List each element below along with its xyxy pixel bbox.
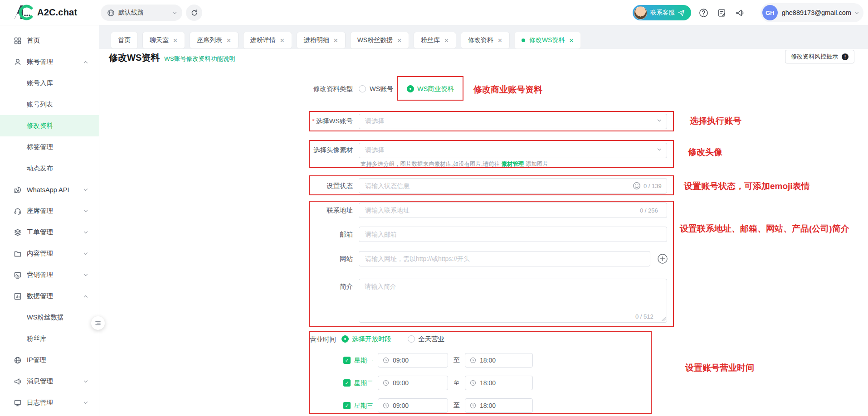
time-start-monday[interactable]: 09:00 [378, 353, 448, 368]
sidebar-item-account-import[interactable]: 账号入库 [0, 73, 99, 94]
sidebar-item-label: 修改资料 [27, 121, 53, 130]
chevron-down-icon [173, 10, 176, 14]
route-selector[interactable]: 默认线路 [101, 5, 182, 21]
sidebar-item-account-mgmt[interactable]: 账号管理 [0, 51, 99, 73]
refresh-button[interactable] [186, 5, 202, 21]
clock-icon [383, 380, 389, 386]
exclamation-icon: ! [842, 53, 848, 60]
sidebar-item-ws-fans-data[interactable]: WS粉丝数据 [0, 307, 99, 328]
notes-button[interactable] [717, 7, 727, 18]
sidebar-item-moments-publish[interactable]: 动态发布 [0, 158, 99, 179]
sidebar-item-ticket-mgmt[interactable]: 工单管理 [0, 222, 99, 243]
help-button[interactable] [698, 7, 709, 18]
close-icon[interactable]: ✕ [280, 38, 285, 44]
sidebar-item-agent-mgmt[interactable]: 座席管理 [0, 200, 99, 222]
avatar-select[interactable]: 请选择 [359, 143, 667, 158]
tab-chatroom[interactable]: 聊天室✕ [142, 32, 185, 49]
checkbox-wednesday[interactable]: ✓ [343, 402, 351, 409]
app-logo[interactable]: A2C.chat [13, 4, 77, 21]
sidebar-item-whatsapp-api[interactable]: WhatsApp API [0, 179, 99, 200]
chevron-down-icon [84, 208, 88, 212]
sidebar-item-account-list[interactable]: 账号列表 [0, 94, 99, 115]
radio-open-periods[interactable] [341, 335, 349, 343]
tab-edit-profile[interactable]: 修改资料✕ [461, 32, 510, 49]
chevron-up-icon [84, 295, 88, 299]
radio-all-day[interactable] [408, 335, 415, 343]
close-icon[interactable]: ✕ [444, 38, 449, 44]
main-content: 修改WS资料 WS账号修改资料功能说明 修改资料风控提示 ! 修改资料类型 WS… [99, 49, 868, 416]
resize-handle[interactable] [661, 317, 666, 321]
close-icon[interactable]: ✕ [497, 38, 502, 44]
annotation-hours: 设置账号营业时间 [685, 362, 754, 374]
select-placeholder: 请选择 [365, 146, 384, 155]
checkbox-monday[interactable]: ✓ [343, 357, 351, 364]
close-icon[interactable]: ✕ [569, 38, 574, 44]
tab-fans-library[interactable]: 粉丝库✕ [414, 32, 456, 49]
chevron-down-icon [84, 379, 88, 382]
tab-home[interactable]: 首页 [111, 32, 138, 49]
smiley-icon[interactable] [633, 182, 641, 190]
user-email: ghe889173@gmail.com [782, 9, 851, 16]
radio-all-day-label[interactable]: 全天营业 [418, 335, 444, 343]
time-end-wednesday[interactable]: 18:00 [465, 398, 533, 413]
hint-text: 支持多选分组，图片数据来自素材库,如没有图片,请前往 [361, 161, 501, 167]
tab-label: 粉丝库 [421, 36, 440, 44]
tab-ws-fans-data[interactable]: WS粉丝数据✕ [350, 32, 409, 49]
close-icon[interactable]: ✕ [226, 38, 231, 44]
sidebar-item-edit-profile[interactable]: 修改资料 [0, 115, 99, 136]
tab-edit-ws-profile[interactable]: 修改WS资料✕ [514, 32, 581, 49]
sidebar-item-label: 营销管理 [27, 271, 53, 279]
close-icon[interactable]: ✕ [397, 38, 402, 44]
field-label-email: 邮箱 [262, 230, 353, 239]
time-start-wednesday[interactable]: 09:00 [378, 398, 448, 413]
sidebar-item-ip-mgmt[interactable]: IP管理 [0, 349, 99, 371]
annotation-type: 修改商业账号资料 [473, 84, 542, 96]
doc-link[interactable]: WS账号修改资料功能说明 [164, 55, 235, 63]
risk-tip-button[interactable]: 修改资料风控提示 ! [785, 50, 854, 63]
select-placeholder: 请选择 [365, 117, 384, 126]
website-input[interactable] [359, 252, 650, 266]
tab-fan-details[interactable]: 进粉详情✕ [243, 32, 292, 49]
close-icon[interactable]: ✕ [173, 38, 178, 44]
globe-icon [14, 356, 22, 364]
user-menu[interactable]: GH ghe889173@gmail.com [761, 3, 863, 22]
sidebar-collapse-button[interactable] [91, 316, 105, 330]
announcement-button[interactable] [735, 7, 746, 18]
megaphone-icon [735, 8, 745, 18]
radio-ws-account[interactable] [359, 85, 366, 92]
radio-open-periods-label[interactable]: 选择开放时段 [352, 335, 391, 343]
address-input[interactable] [359, 203, 667, 218]
bar-chart-icon [14, 292, 22, 300]
sidebar-item-marketing-mgmt[interactable]: 营销管理 [0, 264, 99, 285]
intro-textarea[interactable] [359, 279, 667, 322]
tab-fan-records[interactable]: 进粉明细✕ [297, 32, 346, 49]
material-mgmt-link[interactable]: 素材管理 [501, 161, 524, 167]
sidebar-item-log-mgmt[interactable]: 日志管理 [0, 392, 99, 413]
sidebar-item-message-mgmt[interactable]: 消息管理 [0, 371, 99, 392]
day-label-wednesday: 星期三 [354, 402, 373, 410]
plus-circle-icon[interactable] [657, 253, 668, 264]
ws-account-select[interactable]: 请选择 [359, 114, 667, 129]
top-header: A2C.chat 默认线路 联系客服 GH ghe889173@gmail.co… [0, 0, 868, 25]
sidebar-item-fans-library[interactable]: 粉丝库 [0, 328, 99, 349]
radio-ws-account-label[interactable]: WS账号 [370, 85, 393, 93]
checkbox-tuesday[interactable]: ✓ [343, 379, 351, 387]
tab-label: WS粉丝数据 [357, 36, 393, 44]
close-icon[interactable]: ✕ [333, 38, 338, 44]
time-value: 18:00 [480, 379, 496, 387]
time-end-monday[interactable]: 18:00 [465, 353, 533, 368]
sidebar-item-content-mgmt[interactable]: 内容管理 [0, 243, 99, 264]
time-end-tuesday[interactable]: 18:00 [465, 376, 533, 390]
radio-ws-business-label[interactable]: WS商业资料 [417, 85, 454, 93]
radio-ws-business[interactable] [407, 85, 414, 92]
sidebar-item-tag-mgmt[interactable]: 标签管理 [0, 136, 99, 158]
tab-agent-list[interactable]: 座席列表✕ [190, 32, 239, 49]
tab-strip: 首页 聊天室✕ 座席列表✕ 进粉详情✕ 进粉明细✕ WS粉丝数据✕ 粉丝库✕ 修… [99, 25, 868, 49]
status-input[interactable] [359, 179, 667, 193]
sidebar-item-home[interactable]: 首页 [0, 30, 99, 51]
contact-support-button[interactable]: 联系客服 [633, 5, 691, 20]
sidebar-item-label: 日志管理 [27, 398, 53, 407]
email-input[interactable] [359, 227, 667, 242]
sidebar-item-data-mgmt[interactable]: 数据管理 [0, 285, 99, 307]
time-start-tuesday[interactable]: 09:00 [378, 376, 448, 390]
